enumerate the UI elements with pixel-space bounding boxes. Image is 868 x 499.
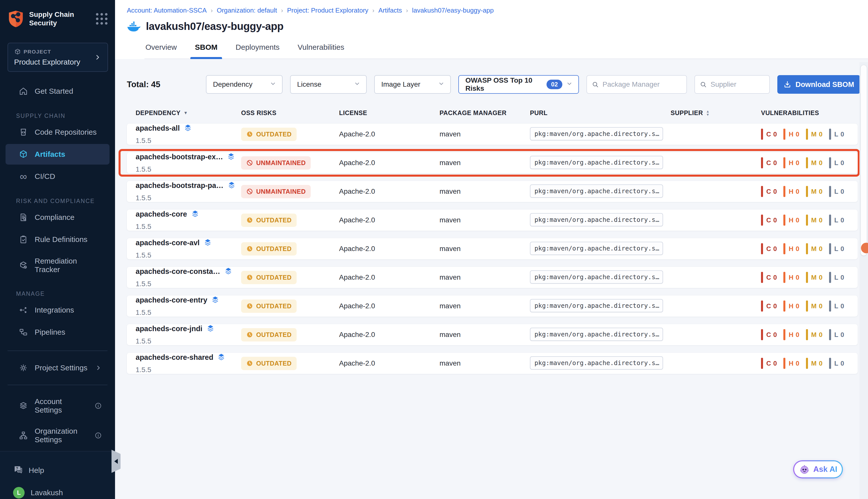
module-grid-icon[interactable] [96,13,108,25]
compliance-doc-icon [18,212,28,222]
column-header-dependency[interactable]: DEPENDENCY▼ [136,109,241,117]
table-row[interactable]: apacheds-bootstrap-pa… 1.5.5 UNMAINTAINE… [127,181,858,202]
project-label: PROJECT [24,49,51,55]
column-header-purl: PURL [530,109,671,117]
sort-icon: ▲▼ [706,110,709,116]
purl-value[interactable]: pkg:maven/org.apache.directory.s… [530,213,663,227]
layers-icon [183,124,193,133]
table-row[interactable]: apacheds-core-jndi 1.5.5 OUTDATED Apache… [127,324,858,345]
license-dropdown[interactable]: License [290,75,367,94]
download-sbom-button[interactable]: Download SBOM [777,75,860,94]
sidebar-item-pipelines[interactable]: Pipelines [5,322,110,342]
purl-value[interactable]: pkg:maven/org.apache.directory.s… [530,328,663,341]
dependency-dropdown[interactable]: Dependency [206,75,283,94]
table-row[interactable]: apacheds-all 1.5.5 OUTDATED Apache-2.0 m… [127,124,858,145]
vuln-letter: C [766,245,771,253]
layers-icon [203,238,212,247]
table-row[interactable]: apacheds-bootstrap-ex… 1.5.5 UNMAINTAINE… [127,152,858,173]
table-row[interactable]: apacheds-core-shared 1.5.5 OUTDATED Apac… [127,353,858,374]
package-manager-search [586,75,687,94]
user-menu[interactable]: L Lavakush [0,482,115,499]
vuln-letter: M [811,273,817,281]
breadcrumb-link[interactable]: Account: Automation-SSCA [127,7,207,14]
breadcrumb-link[interactable]: Organization: default [217,7,277,14]
sidebar-item-project-settings[interactable]: Project Settings [5,357,110,378]
owasp-risks-dropdown[interactable]: OWASP OSS Top 10 Risks 02 [458,75,579,94]
vuln-count: 0 [773,360,777,367]
account-layers-icon [18,401,28,411]
vulnerabilities-cell: C0H0M0L0 [761,272,858,283]
breadcrumb-link[interactable]: Artifacts [379,7,402,14]
package-manager-input[interactable] [603,81,682,88]
vuln-letter: H [789,188,793,195]
vulnerabilities-cell: C0H0M0L0 [761,157,858,168]
purl-value[interactable]: pkg:maven/org.apache.directory.s… [530,299,663,312]
purl-value[interactable]: pkg:maven/org.apache.directory.s… [530,184,663,198]
purl-value[interactable]: pkg:maven/org.apache.directory.s… [530,270,663,284]
sidebar-item-label: Account Settings [35,397,88,414]
table-row[interactable]: apacheds-core-entry 1.5.5 OUTDATED Apach… [127,295,858,317]
dependency-name: apacheds-core-shared [136,353,213,362]
clock-icon [246,274,253,281]
tab-overview[interactable]: Overview [145,41,178,59]
sidebar-item-integrations[interactable]: Integrations [5,300,110,320]
dependency-name: apacheds-core-avl [136,239,200,247]
table-row[interactable]: apacheds-core-avl 1.5.5 OUTDATED Apache-… [127,238,858,259]
vuln-severity-bar-icon [761,215,763,226]
clock-icon [246,360,253,367]
vuln-letter: L [834,302,838,310]
purl-cell: pkg:maven/org.apache.directory.s… [530,299,671,313]
breadcrumb-link[interactable]: lavakush07/easy-buggy-app [412,7,494,14]
ask-ai-button[interactable]: Ask AI [793,460,843,478]
sidebar-item-rule-definitions[interactable]: Rule Definitions [5,229,110,250]
dependency-version: 1.5.5 [136,137,241,145]
purl-value[interactable]: pkg:maven/org.apache.directory.s… [530,242,663,255]
package-manager-cell: maven [439,130,530,138]
sidebar-item-compliance[interactable]: Compliance [5,207,110,228]
dependency-version: 1.5.5 [136,194,241,202]
chevron-right-icon [95,364,102,372]
vuln-letter: C [766,130,771,138]
table-row[interactable]: apacheds-core-consta… 1.5.5 OUTDATED Apa… [127,267,858,288]
column-header-supplier[interactable]: SUPPLIER▲▼ [671,109,761,117]
purl-value[interactable]: pkg:maven/org.apache.directory.s… [530,356,663,369]
sidebar-item-remediation-tracker[interactable]: Remediation Tracker [5,251,110,279]
help-item[interactable]: ? Help [0,459,115,482]
vuln-letter: C [766,159,771,167]
dependency-cell: apacheds-bootstrap-ex… 1.5.5 [136,152,241,173]
remediation-tracker-icon [18,260,28,270]
search-icon [592,81,599,88]
image-layer-dropdown[interactable]: Image Layer [374,75,451,94]
sidebar-item-get-started[interactable]: Get Started [5,81,110,101]
tab-vulnerabilities[interactable]: Vulnerabilities [297,41,345,59]
sidebar-item-code-repositories[interactable]: Code Repositories [5,122,110,143]
column-header-license: LICENSE [339,109,439,117]
scrollbar-thumb[interactable] [860,65,867,256]
docker-icon [127,21,140,32]
table-header-row: DEPENDENCY▼OSS RISKSLICENSEPACKAGE MANAG… [127,109,858,117]
sidebar-item-ci-cd[interactable]: ∞CI/CD [5,166,110,187]
tab-deployments[interactable]: Deployments [235,41,281,59]
tab-sbom[interactable]: SBOM [194,41,219,59]
sidebar-item-organization-settings[interactable]: Organization Settings [5,421,110,450]
purl-value[interactable]: pkg:maven/org.apache.directory.s… [530,127,663,141]
oss-risk-cell: UNMAINTAINED [241,156,339,170]
vuln-count: 0 [773,273,777,281]
package-manager-cell: maven [439,245,530,253]
package-manager-cell: maven [439,273,530,281]
rule-definitions-clipboard-icon [18,235,28,244]
table-row[interactable]: apacheds-core 1.5.5 OUTDATED Apache-2.0 … [127,209,858,231]
sidebar-item-account-settings[interactable]: Account Settings [5,392,110,420]
sidebar-item-artifacts[interactable]: Artifacts [5,144,110,165]
oss-risk-badge: OUTDATED [241,300,297,313]
info-icon[interactable] [95,432,102,439]
total-count: Total: 45 [127,80,198,89]
vuln-high-chip: H0 [783,329,799,340]
supplier-input[interactable] [710,81,765,88]
purl-cell: pkg:maven/org.apache.directory.s… [530,270,671,285]
purl-value[interactable]: pkg:maven/org.apache.directory.s… [530,156,663,169]
project-selector[interactable]: PROJECT Product Exploratory [8,43,108,72]
vuln-letter: H [789,245,793,253]
breadcrumb-link[interactable]: Project: Product Exploratory [287,7,369,14]
info-icon[interactable] [95,402,102,410]
